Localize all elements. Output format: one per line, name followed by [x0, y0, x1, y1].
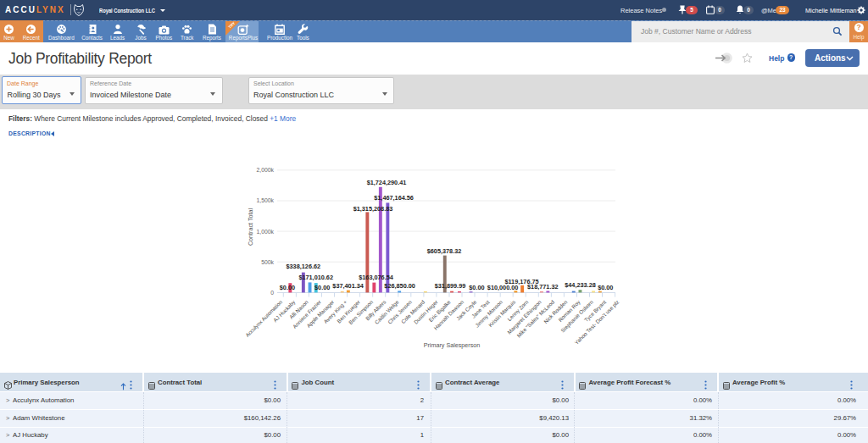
- svg-text:$0.00: $0.00: [314, 284, 330, 291]
- svg-text:2,000k: 2,000k: [257, 167, 275, 173]
- svg-text:$44,233.28: $44,233.28: [565, 281, 596, 289]
- svg-text:$0.00: $0.00: [469, 284, 484, 291]
- svg-text:1,500k: 1,500k: [257, 197, 275, 203]
- svg-text:$1,467,164.56: $1,467,164.56: [374, 194, 414, 202]
- svg-text:0: 0: [270, 290, 274, 296]
- svg-text:$37,401.34: $37,401.34: [332, 282, 364, 290]
- svg-text:$1,724,290.41: $1,724,290.41: [367, 179, 407, 186]
- svg-text:500k: 500k: [261, 259, 274, 265]
- svg-text:$163,076.54: $163,076.54: [359, 274, 394, 281]
- svg-text:$26,850.00: $26,850.00: [384, 282, 415, 290]
- svg-text:$605,378.32: $605,378.32: [427, 247, 462, 255]
- svg-text:$0.00: $0.00: [280, 284, 295, 291]
- svg-text:$18,771.32: $18,771.32: [527, 283, 559, 291]
- svg-text:$1,315,208.83: $1,315,208.83: [353, 205, 393, 213]
- svg-text:$171,010.62: $171,010.62: [298, 274, 333, 281]
- svg-text:1,000k: 1,000k: [257, 229, 275, 235]
- svg-text:$338,126.62: $338,126.62: [287, 263, 321, 270]
- svg-text:Primary Salesperson: Primary Salesperson: [424, 341, 481, 349]
- svg-text:$0.00: $0.00: [598, 284, 613, 291]
- svg-text:$31,899.99: $31,899.99: [435, 282, 466, 290]
- svg-text:Contract Total: Contract Total: [247, 208, 254, 246]
